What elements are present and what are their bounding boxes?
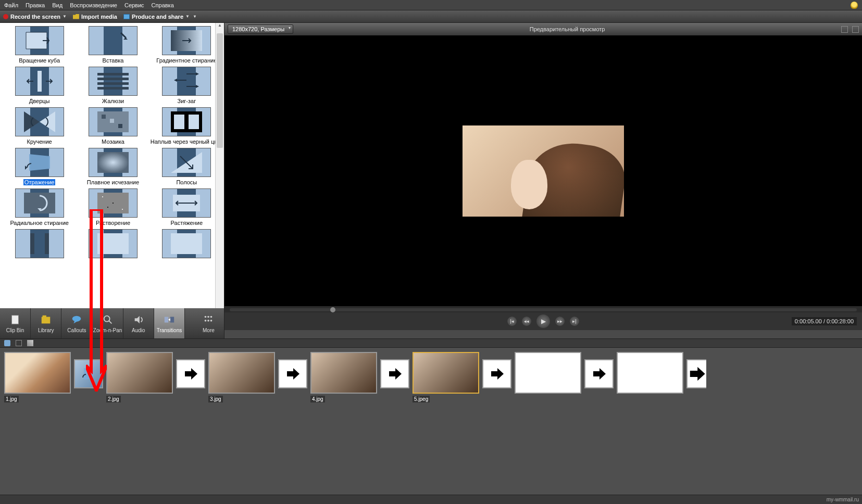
- produce-share-button[interactable]: Produce and share▼ ▾: [123, 14, 196, 20]
- timeline-clip[interactable]: 4.jpg: [310, 352, 377, 402]
- svg-point-47: [205, 316, 207, 318]
- tab-label: Zoom-n-Pan: [93, 327, 122, 333]
- transition-item[interactable]: [151, 229, 223, 260]
- record-icon: [3, 14, 8, 19]
- record-screen-button[interactable]: Record the screen▼: [3, 14, 67, 20]
- transition-item[interactable]: Вращение куба: [3, 26, 76, 64]
- transition-item[interactable]: Отражение: [3, 148, 76, 185]
- transition-thumb: [162, 188, 211, 218]
- svg-marker-59: [690, 367, 705, 381]
- transition-item[interactable]: Вставка: [77, 26, 149, 64]
- preview-panel: 1280x720, Размеры Предварительный просмо…: [224, 23, 862, 330]
- footer: my-wmmail.ru: [0, 495, 862, 504]
- import-media-button[interactable]: Import media: [73, 14, 117, 20]
- tab-callouts[interactable]: Callouts: [61, 308, 92, 338]
- transition-item[interactable]: Растворение: [77, 188, 149, 226]
- svg-rect-34: [97, 233, 129, 254]
- transition-item[interactable]: Зиг-заг: [151, 67, 223, 104]
- dimensions-dropdown[interactable]: 1280x720, Размеры: [228, 24, 293, 34]
- time-display: 0:00:05.00 / 0:00:28:00: [792, 317, 857, 325]
- action-bar: Record the screen▼ Import media Produce …: [0, 10, 862, 23]
- fullscreen-icon[interactable]: [841, 26, 848, 33]
- transition-label: Мозаика: [77, 138, 149, 145]
- menu-file[interactable]: Файл: [4, 2, 18, 8]
- transition-item[interactable]: Кручение: [3, 107, 76, 145]
- transition-item[interactable]: Жалюзи: [77, 67, 149, 104]
- tab-transitions[interactable]: Transitions: [154, 308, 185, 338]
- transition-thumb: [89, 26, 138, 55]
- transition-thumb: [89, 67, 138, 96]
- transition-slot[interactable]: [176, 359, 205, 388]
- menu-service[interactable]: Сервис: [124, 2, 144, 8]
- tab-zoom-n-pan[interactable]: Zoom-n-Pan: [93, 308, 123, 338]
- tab-audio[interactable]: Audio: [123, 308, 154, 338]
- transition-thumb: [89, 107, 138, 136]
- transition-slot[interactable]: [584, 359, 614, 388]
- transition-thumb: [89, 148, 138, 177]
- svg-point-49: [210, 316, 213, 318]
- tab-clip-bin[interactable]: Clip Bin: [0, 308, 31, 338]
- svg-marker-43: [134, 316, 139, 323]
- transition-item[interactable]: Дверцы: [3, 67, 76, 104]
- svg-rect-36: [12, 315, 19, 324]
- transition-slot[interactable]: [686, 359, 706, 388]
- step-forward-button[interactable]: ▸▸: [555, 317, 565, 326]
- svg-marker-57: [491, 368, 504, 380]
- transition-thumb: [15, 107, 64, 136]
- clip-thumbnail: [4, 352, 71, 394]
- transition-item[interactable]: Плавное исчезание: [77, 148, 149, 185]
- transition-item[interactable]: Растяжение: [151, 188, 223, 226]
- transition-slot[interactable]: [278, 359, 307, 388]
- transitions-scrollbar[interactable]: ▲ ▼: [215, 23, 224, 330]
- menu-edit[interactable]: Правка: [26, 2, 45, 8]
- menu-help[interactable]: Справка: [152, 2, 174, 8]
- svg-point-48: [208, 316, 210, 318]
- timeline-clip[interactable]: [515, 352, 581, 396]
- svg-rect-38: [43, 315, 46, 317]
- transition-item[interactable]: [77, 229, 149, 260]
- scrollbar-thumb[interactable]: [217, 33, 223, 148]
- transition-slot[interactable]: [380, 359, 409, 388]
- timeline-clip[interactable]: 5.jpeg: [413, 352, 479, 402]
- popout-icon[interactable]: [852, 26, 859, 33]
- tip-bulb-icon[interactable]: [851, 2, 858, 9]
- seek-bar[interactable]: [230, 308, 857, 311]
- tab-more[interactable]: More: [193, 308, 224, 338]
- transition-label: Вращение куба: [3, 57, 76, 64]
- svg-rect-4: [97, 73, 129, 75]
- transition-thumb: [15, 188, 64, 218]
- svg-rect-15: [110, 119, 114, 123]
- transition-slot[interactable]: [74, 359, 103, 388]
- menu-view[interactable]: Вид: [52, 2, 63, 8]
- svg-marker-1: [123, 37, 128, 40]
- scroll-up-icon[interactable]: ▲: [216, 23, 224, 32]
- tab-library[interactable]: Library: [31, 308, 61, 338]
- tool-cut-icon[interactable]: [4, 340, 10, 346]
- timeline-clip[interactable]: 3.jpg: [208, 352, 275, 402]
- timeline-toolbar: [0, 338, 862, 348]
- playback-controls: |◂ ◂◂ ▶ ▸▸ ▸| 0:00:05.00 / 0:00:28:00: [224, 312, 862, 330]
- transition-item[interactable]: Мозаика: [77, 107, 149, 145]
- goto-start-button[interactable]: |◂: [507, 317, 517, 326]
- timeline[interactable]: 1.jpg2.jpg3.jpg4.jpg5.jpeg: [0, 348, 862, 495]
- transition-item[interactable]: [3, 229, 76, 260]
- transition-slot[interactable]: [482, 359, 511, 388]
- transition-item[interactable]: Градиентное стирание: [151, 26, 223, 64]
- transition-item[interactable]: Полосы: [151, 148, 223, 185]
- transition-item[interactable]: Радиальное стирание: [3, 188, 76, 226]
- transition-item[interactable]: Наплыв через черный цвет: [151, 107, 223, 145]
- tool-crop-icon[interactable]: [16, 340, 22, 346]
- menu-playback[interactable]: Воспроизведение: [70, 2, 117, 8]
- tab-label: Transitions: [157, 327, 182, 333]
- svg-point-30: [107, 207, 108, 208]
- timeline-clip[interactable]: [617, 352, 683, 396]
- play-button[interactable]: ▶: [536, 314, 550, 328]
- svg-point-51: [208, 320, 210, 322]
- tool-cursor-icon[interactable]: [27, 340, 33, 346]
- timeline-clip[interactable]: 2.jpg: [106, 352, 173, 402]
- transition-label: Отражение: [23, 179, 56, 185]
- step-back-button[interactable]: ◂◂: [522, 317, 531, 326]
- timeline-clip[interactable]: 1.jpg: [4, 352, 71, 402]
- goto-end-button[interactable]: ▸|: [570, 317, 579, 326]
- transition-label: Дверцы: [3, 98, 76, 104]
